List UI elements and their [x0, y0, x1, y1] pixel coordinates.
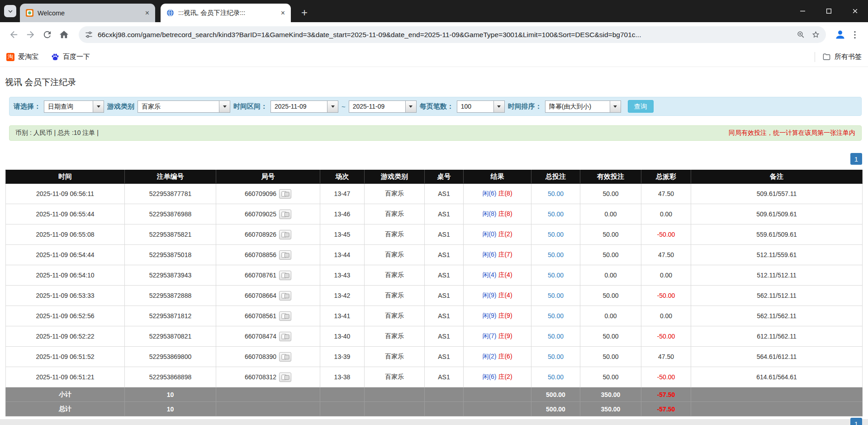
cell-total-bet: 50.00	[531, 224, 580, 245]
cell-round-id: 660708664	[216, 286, 320, 306]
total-bet-link[interactable]: 50.00	[548, 251, 564, 258]
pagination-top: 1	[0, 153, 862, 165]
round-detail-icon[interactable]	[279, 210, 291, 219]
round-detail-icon[interactable]	[279, 271, 291, 280]
game-type-combo[interactable]: 百家乐	[138, 100, 230, 113]
cell-game-type: 百家乐	[365, 367, 425, 387]
cell-game-type: 百家乐	[365, 286, 425, 306]
total-bet-link[interactable]: 50.00	[548, 190, 564, 197]
page-size-combo[interactable]: 100	[457, 100, 505, 113]
select-label: 请选择：	[14, 102, 41, 111]
cell-total-bet: 50.00	[531, 367, 580, 387]
total-bet-link[interactable]: 50.00	[548, 353, 564, 360]
round-detail-icon[interactable]	[279, 189, 291, 199]
combo-value: 2025-11-09	[349, 101, 405, 112]
total-bet-link[interactable]: 50.00	[548, 373, 564, 381]
cell-round-id: 660709096	[216, 184, 320, 204]
all-bookmarks-button[interactable]: 所有书签	[822, 53, 862, 61]
footer-label: 小计	[6, 387, 125, 402]
date-start-combo[interactable]: 2025-11-09	[270, 100, 338, 113]
zoom-icon[interactable]	[797, 30, 805, 39]
total-bet-link[interactable]: 50.00	[548, 312, 564, 320]
table-row: 2025-11-09 06:51:52522953869800660708390…	[6, 347, 863, 367]
date-query-combo[interactable]: 日期查询	[44, 100, 104, 113]
total-bet-link[interactable]: 50.00	[548, 333, 564, 340]
chevron-down-icon[interactable]	[493, 101, 504, 112]
cell-note: 509.61/557.11	[691, 184, 863, 204]
cell-game-type: 百家乐	[365, 224, 425, 245]
table-footer-row: 总计10500.00350.00-57.50	[6, 402, 863, 416]
close-icon[interactable]: ×	[143, 9, 152, 17]
close-button[interactable]	[842, 0, 868, 22]
refresh-button[interactable]	[39, 26, 56, 43]
round-detail-icon[interactable]	[279, 332, 291, 341]
cell-payout: 47.50	[641, 245, 691, 265]
chevron-down-icon[interactable]	[93, 101, 104, 112]
home-button[interactable]	[56, 26, 72, 43]
forward-button[interactable]	[22, 26, 39, 43]
footer-valid-bet: 350.00	[580, 402, 641, 416]
cell-session: 13-43	[320, 265, 365, 286]
cell-payout: -50.00	[641, 224, 691, 245]
table-row: 2025-11-09 06:56:11522953877781660709096…	[6, 184, 863, 204]
address-bar[interactable]: 66cxkj98.com/game/betrecord_search/kind3…	[79, 26, 826, 43]
chevron-down-icon[interactable]	[327, 101, 338, 112]
maximize-button[interactable]	[816, 0, 842, 22]
pagination-bottom[interactable]: 1	[850, 418, 862, 425]
total-bet-link[interactable]: 50.00	[548, 210, 564, 218]
menu-icon[interactable]	[847, 27, 863, 43]
search-button[interactable]: 查询	[628, 100, 654, 113]
cell-session: 13-38	[320, 367, 365, 387]
round-detail-icon[interactable]	[279, 230, 291, 239]
tab-search-button[interactable]	[4, 5, 16, 17]
footer-payout: -57.50	[641, 387, 691, 402]
url-text[interactable]: 66cxkj98.com/game/betrecord_search/kind3…	[98, 31, 792, 39]
cell-time: 2025-11-09 06:51:52	[6, 347, 125, 367]
minimize-button[interactable]	[789, 0, 816, 22]
date-end-combo[interactable]: 2025-11-09	[349, 100, 417, 113]
round-detail-icon[interactable]	[279, 291, 291, 301]
cell-session: 13-41	[320, 306, 365, 326]
table-footer: 小计10500.00350.00-57.50总计10500.00350.00-5…	[6, 387, 863, 416]
per-page-label: 每页笔数：	[420, 102, 454, 111]
cell-time: 2025-11-09 06:55:44	[6, 204, 125, 224]
column-header: 桌号	[425, 170, 464, 184]
bookmark-star-icon[interactable]	[811, 30, 820, 39]
site-info-icon[interactable]	[85, 30, 93, 39]
sort-order-combo[interactable]: 降幂(由大到小)	[545, 100, 621, 113]
tab-betrecord[interactable]: :::视讯, 会员下注纪录::: ×	[161, 4, 291, 22]
summary-right-notice: 同局有效投注，统一计算在该局第一张注单内	[729, 129, 855, 137]
bookmark-baidu[interactable]: 百度一下	[51, 53, 90, 61]
cell-game-type: 百家乐	[365, 184, 425, 204]
new-tab-button[interactable]: +	[298, 6, 311, 19]
combo-value: 100	[457, 101, 493, 112]
cell-total-bet: 50.00	[531, 347, 580, 367]
chevron-down-icon[interactable]	[610, 101, 621, 112]
round-detail-icon[interactable]	[279, 250, 291, 260]
cell-round-id: 660708390	[216, 347, 320, 367]
back-button[interactable]	[5, 26, 22, 43]
chevron-down-icon[interactable]	[219, 101, 230, 112]
round-detail-icon[interactable]	[279, 372, 291, 382]
pagination-page-1[interactable]: 1	[850, 153, 862, 165]
round-detail-icon[interactable]	[279, 311, 291, 321]
chevron-down-icon	[8, 9, 13, 14]
total-bet-link[interactable]: 50.00	[548, 272, 564, 279]
cell-payout: 47.50	[641, 347, 691, 367]
cell-payout: 0.00	[641, 306, 691, 326]
filter-bar: 请选择： 日期查询 游戏类别 百家乐 时间区间： 2025-11-09 ~ 20…	[9, 97, 862, 116]
bookmark-taobao[interactable]: 淘 爱淘宝	[6, 53, 38, 61]
chevron-down-icon[interactable]	[405, 101, 416, 112]
tab-welcome[interactable]: Welcome ×	[20, 4, 155, 22]
bottom-strip	[0, 419, 868, 425]
total-bet-link[interactable]: 50.00	[548, 292, 564, 299]
cell-session: 13-46	[320, 204, 365, 224]
total-bet-link[interactable]: 50.00	[548, 231, 564, 238]
close-icon[interactable]: ×	[279, 9, 287, 17]
profile-avatar[interactable]	[833, 28, 847, 42]
round-detail-icon[interactable]	[279, 352, 291, 362]
footer-count: 10	[125, 387, 216, 402]
cell-result: 闲(9) 庄(4)	[464, 286, 531, 306]
cell-game-type: 百家乐	[365, 347, 425, 367]
cell-note: 612.11/562.11	[691, 326, 863, 347]
